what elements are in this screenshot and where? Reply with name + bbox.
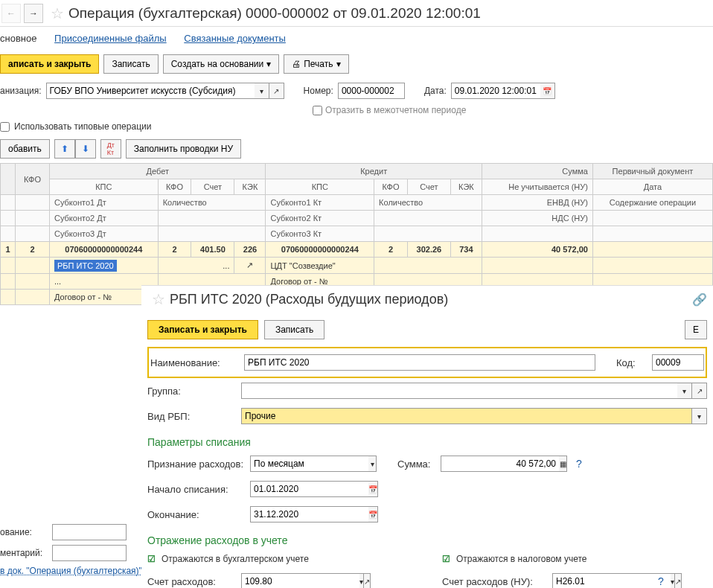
add-button[interactable]: обавить (0, 139, 50, 159)
nav-attached-files[interactable]: Присоединенные файлы (54, 33, 167, 44)
favorite-star-icon[interactable]: ☆ (152, 290, 165, 308)
account-input[interactable] (241, 573, 359, 588)
help-icon[interactable]: ? (658, 575, 664, 587)
org-input[interactable] (46, 83, 255, 99)
check-icon: ☑ (147, 554, 156, 564)
section-account: Отражение расходов в учете (147, 527, 707, 549)
create-based-button[interactable]: Создать на основании ▾ (163, 54, 280, 74)
group-dropdown[interactable]: ▾ (677, 383, 692, 399)
popup-save-button[interactable]: Записать (264, 320, 324, 339)
help-icon[interactable]: ? (576, 458, 582, 470)
number-input[interactable] (338, 83, 405, 99)
nav-main[interactable]: сновное (0, 33, 36, 44)
type-input[interactable] (241, 408, 692, 424)
chevron-down-icon: ▾ (336, 59, 341, 69)
end-calendar[interactable]: 📅 (368, 506, 378, 523)
account-nu-label: Счет расходов (НУ): (442, 576, 546, 587)
table-row[interactable]: 1 2 07060000000000244 2 401.50 226 07060… (1, 242, 713, 258)
printer-icon: 🖨 (292, 59, 301, 69)
doc-link[interactable]: в док. "Операция (бухгалтерская)" (0, 566, 142, 576)
selected-subconto[interactable]: РБП ИТС 2020 (54, 260, 117, 272)
save-close-button[interactable]: аписать и закрыть (0, 54, 99, 74)
org-dropdown-button[interactable]: ▾ (255, 83, 269, 99)
start-input[interactable] (250, 481, 368, 497)
sum-input[interactable] (441, 456, 559, 472)
interperiod-checkbox[interactable] (313, 106, 322, 115)
account-label: Счет расходов: (147, 576, 235, 587)
account-nu-input[interactable] (552, 573, 671, 588)
org-label: анизация: (0, 86, 42, 96)
basis-input[interactable] (52, 524, 127, 540)
calendar-icon: 📅 (368, 485, 377, 493)
chevron-down-icon: ▾ (266, 59, 271, 69)
start-calendar[interactable]: 📅 (368, 481, 378, 497)
popup-extra-button[interactable]: Е (685, 320, 707, 339)
section-params: Параметры списания (147, 429, 707, 451)
col-kfo: КФО (16, 164, 50, 195)
recognition-input[interactable] (250, 456, 368, 472)
table-row[interactable]: РБП ИТС 2020 ... ↗ ЦДТ "Созвездие" (1, 258, 713, 274)
back-button[interactable]: ← (1, 4, 21, 23)
calendar-icon: 📅 (543, 87, 551, 95)
sum-calc[interactable]: ▦ (559, 456, 567, 472)
date-input[interactable] (451, 83, 540, 99)
group-label: Группа: (147, 386, 235, 397)
save-button[interactable]: Записать (103, 54, 158, 74)
interperiod-label: Отразить в межотчетном периоде (325, 105, 466, 115)
col-primary: Первичный документ (592, 164, 712, 179)
account-nu-open[interactable]: ↗ (675, 573, 682, 588)
link-icon[interactable]: 🔗 (692, 293, 707, 307)
check-icon: ☑ (442, 554, 450, 564)
calendar-icon: 📅 (368, 511, 377, 519)
forward-button[interactable]: → (24, 4, 43, 23)
sum-label: Сумма: (397, 458, 435, 470)
account-open[interactable]: ↗ (364, 573, 371, 588)
move-up-button[interactable]: ⬆ (54, 139, 75, 159)
basis-label: ование: (0, 527, 48, 537)
start-label: Начало списания: (147, 484, 244, 495)
reflect-nu-label[interactable]: Отражаются в налоговом учете (456, 554, 586, 564)
code-input[interactable] (652, 354, 704, 371)
dtk-button[interactable]: ДтКт (100, 139, 121, 159)
popup-title: РБП ИТС 2020 (Расходы будущих периодов) (170, 292, 448, 307)
entries-table: КФО Дебет Кредит Сумма Первичный докумен… (0, 163, 713, 305)
use-typical-label: Использовать типовые операции (14, 121, 151, 132)
col-kredit: Кредит (266, 164, 482, 179)
recognition-dropdown[interactable]: ▾ (368, 456, 377, 472)
fill-nu-button[interactable]: Заполнить проводки НУ (126, 139, 241, 159)
comment-input[interactable] (52, 545, 127, 561)
type-label: Вид РБП: (147, 411, 235, 422)
col-summa: Сумма (482, 164, 592, 179)
print-button[interactable]: 🖨 Печать ▾ (284, 54, 348, 74)
col-debet: Дебет (50, 164, 266, 179)
comment-label: ментарий: (0, 548, 48, 558)
move-down-button[interactable]: ⬇ (75, 139, 96, 159)
name-label: Наименование: (150, 357, 238, 368)
code-label: Код: (616, 357, 646, 368)
reflect-bu-label[interactable]: Отражаются в бухгалтерском учете (162, 554, 309, 564)
name-input[interactable] (244, 354, 595, 371)
org-open-button[interactable]: ↗ (269, 83, 284, 99)
end-label: Окончание: (147, 509, 244, 520)
use-typical-checkbox[interactable] (0, 122, 10, 132)
calendar-button[interactable]: 📅 (540, 83, 555, 99)
group-input[interactable] (241, 383, 677, 399)
popup-save-close-button[interactable]: Записать и закрыть (147, 320, 258, 339)
nav-related-docs[interactable]: Связанные документы (184, 33, 286, 44)
number-label: Номер: (304, 86, 333, 96)
page-title: Операция (бухгалтерская) 0000-000002 от … (68, 5, 481, 22)
group-open[interactable]: ↗ (692, 383, 707, 399)
end-input[interactable] (250, 506, 368, 523)
favorite-star-icon[interactable]: ☆ (51, 4, 64, 22)
type-dropdown[interactable]: ▾ (692, 408, 707, 424)
recognition-label: Признание расходов: (147, 458, 244, 470)
rbp-popup: ☆ РБП ИТС 2020 (Расходы будущих периодов… (141, 285, 713, 588)
date-label: Дата: (424, 86, 447, 96)
